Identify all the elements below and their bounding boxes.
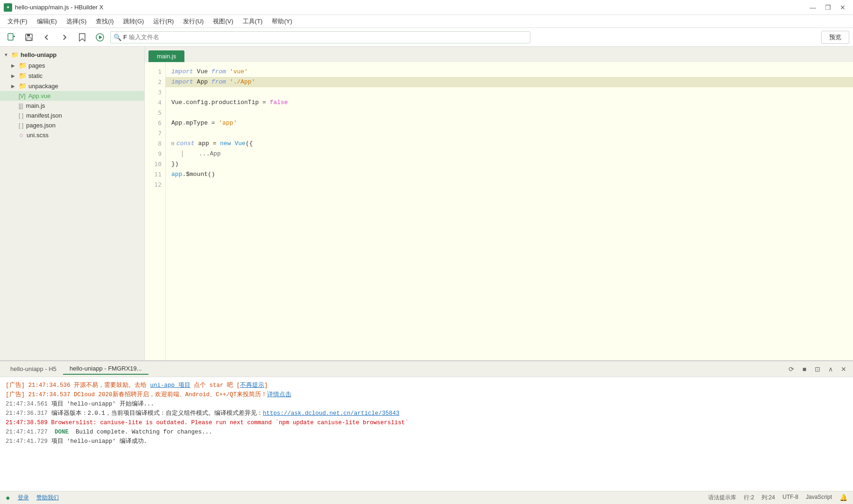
- login-link[interactable]: 登录: [18, 494, 29, 502]
- search-input[interactable]: [129, 34, 527, 41]
- code-line-6: App.mpType = 'app': [171, 118, 847, 128]
- menu-jump[interactable]: 跳转(G): [119, 16, 149, 27]
- save-button[interactable]: [21, 30, 36, 45]
- refresh-console-button[interactable]: ⟳: [786, 364, 797, 375]
- sidebar-item-pages-json[interactable]: [ ] pages.json: [0, 120, 144, 130]
- uni-app-link[interactable]: uni-app 项目: [150, 382, 190, 389]
- menu-view[interactable]: 视图(V): [208, 16, 238, 27]
- status-right: 语法提示库 行:2 列:24 UTF-8 JavaScript 🔔: [708, 494, 847, 502]
- menu-run[interactable]: 运行(R): [148, 16, 178, 27]
- sidebar-item-static[interactable]: ▶ 📁 static: [0, 70, 144, 81]
- log-line-2: [广告] 21:47:34.537 DCloud 2020新春招聘开启，欢迎前端…: [6, 390, 847, 399]
- root-folder-icon: 📁: [11, 51, 19, 58]
- app-icon: [4, 3, 12, 12]
- log-line-7: 21:47:41.729 项目 'hello-uniapp' 编译成功.: [6, 437, 847, 446]
- unpackage-label: unpackage: [28, 83, 58, 90]
- menu-help[interactable]: 帮助(Y): [267, 16, 296, 27]
- status-bar: ● 登录 赞助我们 语法提示库 行:2 列:24 UTF-8 JavaScrip…: [0, 491, 853, 504]
- pages-json-icon: [ ]: [19, 122, 23, 129]
- bookmark-button[interactable]: [75, 30, 90, 45]
- app-vue-label: App.vue: [28, 92, 51, 99]
- menu-edit[interactable]: 编辑(E): [32, 16, 62, 27]
- bottom-tab-fmgrx[interactable]: hello-uniapp - FMGRX19...: [63, 363, 148, 375]
- code-line-7: [171, 128, 847, 139]
- log-line-1: [广告] 21:47:34.536 开源不易，需要鼓励。去给 uni-app 项…: [6, 381, 847, 390]
- no-show-link[interactable]: 不再提示: [240, 382, 264, 389]
- console-output: [广告] 21:47:34.536 开源不易，需要鼓励。去给 uni-app 项…: [0, 377, 853, 491]
- preview-button[interactable]: 预览: [821, 31, 849, 44]
- code-line-1: import Vue from 'vue': [171, 67, 847, 77]
- menu-tools[interactable]: 工具(T): [238, 16, 268, 27]
- sidebar-item-main-js[interactable]: [j] main.js: [0, 101, 144, 111]
- bottom-actions: ⟳ ■ ⊡ ∧ ✕: [786, 364, 849, 375]
- file-search-bar[interactable]: 🔍 F: [110, 31, 530, 43]
- sidebar-item-pages[interactable]: ▶ 📁 pages: [0, 60, 144, 70]
- svg-rect-5: [27, 38, 31, 40]
- uni-scss-icon: ☆: [19, 132, 24, 139]
- code-line-12: [171, 180, 847, 190]
- sidebar-item-unpackage[interactable]: ▶ 📁 unpackage: [0, 81, 144, 91]
- menu-publish[interactable]: 发行(U): [178, 16, 208, 27]
- stop-button[interactable]: ■: [799, 364, 810, 375]
- code-editor[interactable]: import Vue from 'vue' import App from '.…: [166, 62, 853, 360]
- unpackage-expand-icon: ▶: [11, 84, 17, 89]
- menu-file[interactable]: 文件(F): [3, 16, 32, 27]
- line-numbers: 1 2 3 4 5 6 7 8 9 10 11 12: [145, 62, 166, 360]
- sidebar-item-app-vue[interactable]: [V] App.vue: [0, 91, 144, 101]
- sidebar-item-manifest-json[interactable]: [ ] manifest.json: [0, 111, 144, 120]
- main-js-label: main.js: [26, 102, 45, 109]
- new-file-button[interactable]: [4, 30, 19, 45]
- bottom-tab-h5[interactable]: hello-uniapp - H5: [4, 364, 63, 374]
- run-button[interactable]: [92, 30, 107, 45]
- tree-root-item[interactable]: ▼ 📁 hello-uniapp: [0, 49, 144, 60]
- language-indicator: JavaScript: [806, 494, 832, 502]
- clear-button[interactable]: ⊡: [812, 364, 823, 375]
- detail-link[interactable]: 详情点击: [267, 392, 291, 398]
- code-line-2: import App from './App': [166, 77, 853, 87]
- bell-icon: 🔔: [839, 494, 847, 502]
- sidebar: ▼ 📁 hello-uniapp ▶ 📁 pages ▶ 📁 static ▶ …: [0, 47, 145, 360]
- editor-tab-main-js[interactable]: main.js: [148, 50, 184, 62]
- bottom-tab-bar: hello-uniapp - H5 hello-uniapp - FMGRX19…: [0, 361, 853, 377]
- file-tree: ▼ 📁 hello-uniapp ▶ 📁 pages ▶ 📁 static ▶ …: [0, 47, 144, 143]
- minimize-button[interactable]: —: [806, 3, 819, 12]
- menu-find[interactable]: 查找(I): [91, 16, 118, 27]
- app-vue-icon: [V]: [19, 93, 26, 99]
- main-js-icon: [j]: [19, 103, 23, 109]
- code-line-3: [171, 87, 847, 98]
- support-link[interactable]: 赞助我们: [36, 494, 59, 502]
- pages-folder-icon: 📁: [19, 62, 27, 69]
- uni-scss-label: uni.scss: [27, 132, 49, 139]
- window-title: hello-uniapp/main.js - HBuilder X: [15, 4, 103, 11]
- search-icon: 🔍: [113, 34, 121, 41]
- close-panel-button[interactable]: ✕: [838, 364, 849, 375]
- editor-area: main.js 1 2 3 4 5 6 7 8 9 10 11 12 impor…: [145, 47, 853, 360]
- code-line-4: Vue.config.productionTip = false: [171, 98, 847, 108]
- back-button[interactable]: [39, 30, 54, 45]
- toolbar: 🔍 F 预览: [0, 28, 853, 47]
- root-label: hello-uniapp: [21, 51, 56, 58]
- static-expand-icon: ▶: [11, 73, 17, 78]
- code-line-10: }): [171, 159, 847, 169]
- log-line-4: 21:47:36.317 编译器版本：2.0.1，当前项目编译模式：自定义组件模…: [6, 409, 847, 418]
- maximize-button[interactable]: ❐: [821, 3, 834, 12]
- scroll-up-button[interactable]: ∧: [825, 364, 836, 375]
- ask-dcloud-link[interactable]: https://ask.dcloud.net.cn/article/35843: [263, 410, 400, 417]
- editor-content[interactable]: 1 2 3 4 5 6 7 8 9 10 11 12 import Vue fr…: [145, 62, 853, 360]
- title-bar: hello-uniapp/main.js - HBuilder X — ❐ ✕: [0, 0, 853, 15]
- col-indicator: 列:24: [761, 494, 775, 502]
- close-button[interactable]: ✕: [836, 3, 849, 12]
- svg-marker-8: [99, 35, 102, 39]
- sidebar-item-uni-scss[interactable]: ☆ uni.scss: [0, 130, 144, 140]
- forward-button[interactable]: [57, 30, 72, 45]
- status-icon: ●: [6, 494, 10, 502]
- menu-select[interactable]: 选择(S): [62, 16, 91, 27]
- code-line-5: [171, 108, 847, 118]
- static-label: static: [28, 72, 42, 79]
- menu-bar: 文件(F) 编辑(E) 选择(S) 查找(I) 跳转(G) 运行(R) 发行(U…: [0, 15, 853, 28]
- manifest-json-icon: [ ]: [19, 112, 23, 119]
- svg-rect-4: [27, 34, 30, 36]
- row-indicator: 行:2: [744, 494, 754, 502]
- unpackage-folder-icon: 📁: [19, 82, 27, 90]
- code-line-8: ⊟const app = new Vue({: [171, 139, 847, 149]
